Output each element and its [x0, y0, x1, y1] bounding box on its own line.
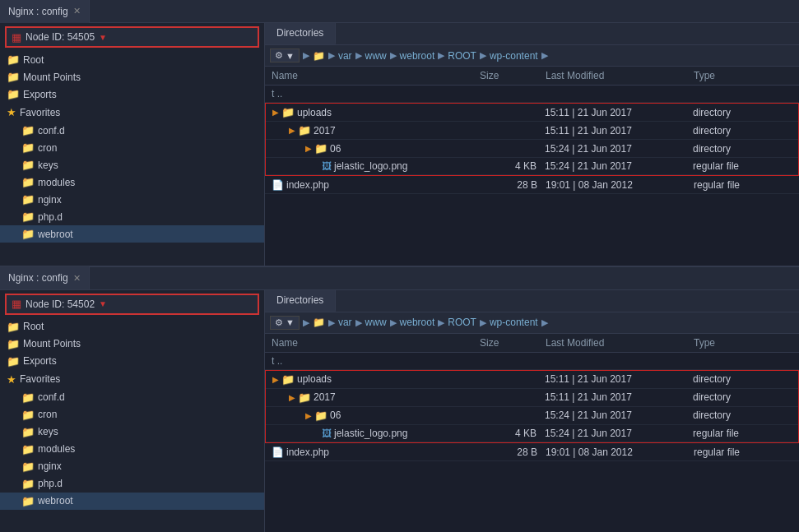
- sidebar-item-mount-points[interactable]: 📁 Mount Points: [0, 68, 264, 86]
- file-type: directory: [693, 391, 792, 403]
- sidebar-item-cron[interactable]: 📁 cron: [0, 139, 264, 156]
- table-row[interactable]: ▶ 📁 uploads 15:11 | 21 Jun 2017directory: [266, 371, 798, 389]
- sidebar-item-exports[interactable]: 📁 Exports: [0, 353, 264, 370]
- file-name-cell: ▶ 📁 2017: [272, 124, 479, 136]
- col-header-3: Type: [694, 70, 792, 81]
- breadcrumb-folder-icon: 📁: [313, 50, 325, 62]
- folder-icon: 📁: [7, 71, 20, 83]
- sidebar-item-keys[interactable]: 📁 keys: [0, 156, 264, 173]
- table-row[interactable]: ▶ 📁 uploads 15:11 | 21 Jun 2017directory: [266, 104, 798, 122]
- breadcrumb-segment-3[interactable]: ROOT: [448, 50, 476, 62]
- path-arrow-0: ▶: [355, 317, 362, 328]
- highlighted-file-group: ▶ 📁 uploads 15:11 | 21 Jun 2017directory…: [265, 103, 799, 176]
- sidebar-item-modules[interactable]: 📁 modules: [0, 173, 264, 191]
- table-row[interactable]: ▶ 📁 06 15:24 | 21 Jun 2017directory: [266, 140, 798, 158]
- table-row[interactable]: ▶ 📁 2017 15:11 | 21 Jun 2017directory: [266, 389, 798, 407]
- sidebar-item-label: Root: [23, 321, 44, 332]
- node-icon: ▦: [12, 298, 21, 310]
- sidebar-item-webroot[interactable]: 📁 webroot: [0, 225, 264, 243]
- breadcrumb-segment-2[interactable]: webroot: [400, 317, 435, 328]
- directories-tab[interactable]: Directories: [265, 290, 336, 312]
- gear-icon: ⚙: [275, 50, 283, 61]
- settings-button[interactable]: ⚙ ▼: [270, 316, 300, 330]
- node-selector[interactable]: ▦ Node ID: 54502 ▼: [5, 294, 259, 315]
- table-header: NameSizeLast ModifiedType: [265, 334, 799, 353]
- close-icon[interactable]: ✕: [73, 273, 81, 284]
- folder-icon: 📁: [21, 460, 35, 473]
- directories-panel: Directories ⚙ ▼ ▶ 📁 ▶var▶www▶webroot▶ROO…: [265, 23, 799, 266]
- table-row[interactable]: 📄 index.php 28 B19:01 | 08 Jan 2012regul…: [265, 444, 799, 461]
- folder-icon: 📁: [7, 338, 20, 350]
- sidebar-favorites-header: ★ Favorites: [0, 103, 264, 122]
- sidebar-item-nginx[interactable]: 📁 nginx: [0, 191, 264, 208]
- breadcrumb-segment-0[interactable]: var: [338, 50, 352, 62]
- toggle-icon[interactable]: ▶: [305, 144, 312, 153]
- file-name-cell: ▶ 📁 uploads: [272, 373, 479, 386]
- folder-icon: 📁: [7, 53, 20, 66]
- toggle-icon[interactable]: ▶: [272, 108, 279, 117]
- sidebar-item-label: Exports: [23, 355, 57, 367]
- toggle-icon[interactable]: ▶: [272, 375, 279, 384]
- folder-icon: 📁: [21, 409, 35, 421]
- col-header-0: Name: [272, 70, 480, 81]
- breadcrumb-separator: ▶: [303, 317, 309, 328]
- breadcrumb-segment-3[interactable]: ROOT: [448, 317, 476, 328]
- tab-label: Nginx : config: [8, 6, 68, 17]
- sidebar-item-cron[interactable]: 📁 cron: [0, 406, 264, 423]
- table-row[interactable]: ▶ 📁 2017 15:11 | 21 Jun 2017directory: [266, 122, 798, 140]
- file-modified: 15:24 | 21 Jun 2017: [545, 428, 693, 439]
- breadcrumb-segment-1[interactable]: www: [365, 50, 387, 62]
- close-icon[interactable]: ✕: [73, 6, 81, 16]
- sidebar-item-label: modules: [38, 177, 75, 188]
- file-modified: 19:01 | 08 Jan 2012: [546, 446, 694, 458]
- sidebar-item-modules[interactable]: 📁 modules: [0, 441, 264, 458]
- table-row[interactable]: 📄 index.php 28 B19:01 | 08 Jan 2012regul…: [265, 177, 799, 194]
- breadcrumb-separator: ▶: [303, 50, 309, 61]
- directories-tab-label: Directories: [276, 27, 323, 39]
- panel-body: ▦ Node ID: 54502 ▼📁 Root📁 Mount Points📁 …: [0, 290, 799, 533]
- breadcrumb-segment-1[interactable]: www: [365, 317, 387, 328]
- sidebar-item-php.d[interactable]: 📁 php.d: [0, 475, 264, 493]
- file-type: directory: [693, 125, 792, 136]
- panel-tab[interactable]: Nginx : config ✕: [0, 0, 90, 23]
- breadcrumb-segment-4[interactable]: wp-content: [490, 317, 538, 328]
- file-size: 28 B: [480, 446, 546, 458]
- file-type: regular file: [694, 179, 792, 191]
- sidebar-item-exports[interactable]: 📁 Exports: [0, 86, 264, 103]
- directories-tab[interactable]: Directories: [265, 23, 336, 44]
- node-id-label: Node ID: 54502: [26, 298, 95, 310]
- dotdot-row[interactable]: t ..: [265, 86, 799, 103]
- dir-tab-bar: Directories: [265, 290, 799, 312]
- sidebar-item-conf.d[interactable]: 📁 conf.d: [0, 389, 264, 406]
- tab-label: Nginx : config: [8, 272, 68, 284]
- file-name-cell: 📄 index.php: [272, 179, 480, 191]
- dotdot-row[interactable]: t ..: [265, 353, 799, 370]
- sidebar-item-conf.d[interactable]: 📁 conf.d: [0, 122, 264, 139]
- settings-button[interactable]: ⚙ ▼: [270, 49, 300, 62]
- panel-tab[interactable]: Nginx : config ✕: [0, 266, 90, 289]
- panel-0: Nginx : config ✕ ▦ Node ID: 54505 ▼📁 Roo…: [0, 0, 799, 267]
- sidebar-item-nginx[interactable]: 📁 nginx: [0, 458, 264, 475]
- breadcrumb-segment-2[interactable]: webroot: [400, 50, 435, 62]
- toggle-icon[interactable]: ▶: [289, 126, 295, 135]
- toggle-icon[interactable]: ▶: [305, 411, 312, 420]
- folder-icon: 📁: [21, 193, 35, 206]
- toggle-icon[interactable]: ▶: [289, 393, 295, 402]
- sidebar-item-webroot[interactable]: 📁 webroot: [0, 493, 264, 510]
- breadcrumb-segment-4[interactable]: wp-content: [490, 50, 538, 62]
- sidebar-item-keys[interactable]: 📁 keys: [0, 423, 264, 441]
- sidebar-item-root[interactable]: 📁 Root: [0, 318, 264, 335]
- node-selector[interactable]: ▦ Node ID: 54505 ▼: [5, 26, 259, 48]
- sidebar-item-label: keys: [38, 426, 58, 437]
- file-name: 2017: [314, 125, 336, 136]
- table-row[interactable]: 🖼 jelastic_logo.png 4 KB15:24 | 21 Jun 2…: [266, 425, 798, 442]
- file-name-cell: 🖼 jelastic_logo.png: [272, 160, 479, 172]
- breadcrumb-segment-0[interactable]: var: [338, 317, 352, 328]
- col-header-1: Size: [480, 70, 546, 81]
- sidebar-item-root[interactable]: 📁 Root: [0, 51, 264, 68]
- sidebar-item-mount-points[interactable]: 📁 Mount Points: [0, 335, 264, 353]
- folder-icon: 📁: [21, 228, 35, 240]
- table-row[interactable]: ▶ 📁 06 15:24 | 21 Jun 2017directory: [266, 407, 798, 425]
- sidebar-item-php.d[interactable]: 📁 php.d: [0, 208, 264, 225]
- table-row[interactable]: 🖼 jelastic_logo.png 4 KB15:24 | 21 Jun 2…: [266, 158, 798, 175]
